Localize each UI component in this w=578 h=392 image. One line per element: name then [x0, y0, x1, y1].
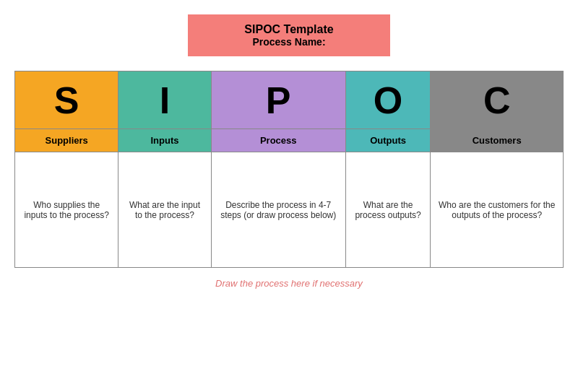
title-box: SIPOC Template Process Name: — [188, 14, 390, 56]
letter-c: C — [431, 71, 564, 129]
content-outputs: What are the process outputs? — [345, 152, 431, 268]
letter-p: P — [211, 71, 345, 129]
content-row: Who supplies the inputs to the process? … — [15, 152, 564, 268]
label-inputs: Inputs — [118, 129, 211, 152]
content-inputs: What are the input to the process? — [118, 152, 211, 268]
footer-text: Draw the process here if necessary — [215, 278, 363, 289]
label-row: Suppliers Inputs Process Outputs Custome… — [15, 129, 564, 152]
letter-row: S I P O C — [15, 71, 564, 129]
letter-i: I — [118, 71, 211, 129]
label-outputs: Outputs — [345, 129, 431, 152]
letter-s: S — [15, 71, 118, 129]
content-process: Describe the process in 4-7 steps (or dr… — [211, 152, 345, 268]
label-suppliers: Suppliers — [15, 129, 118, 152]
sipoc-table: S I P O C Suppliers Inputs Process Outpu… — [14, 71, 564, 268]
main-title: SIPOC Template — [217, 23, 361, 36]
label-process: Process — [211, 129, 345, 152]
sub-title: Process Name: — [217, 36, 361, 48]
content-suppliers: Who supplies the inputs to the process? — [15, 152, 118, 268]
content-customers: Who are the customers for the outputs of… — [431, 152, 564, 268]
letter-o: O — [345, 71, 431, 129]
label-customers: Customers — [431, 129, 564, 152]
